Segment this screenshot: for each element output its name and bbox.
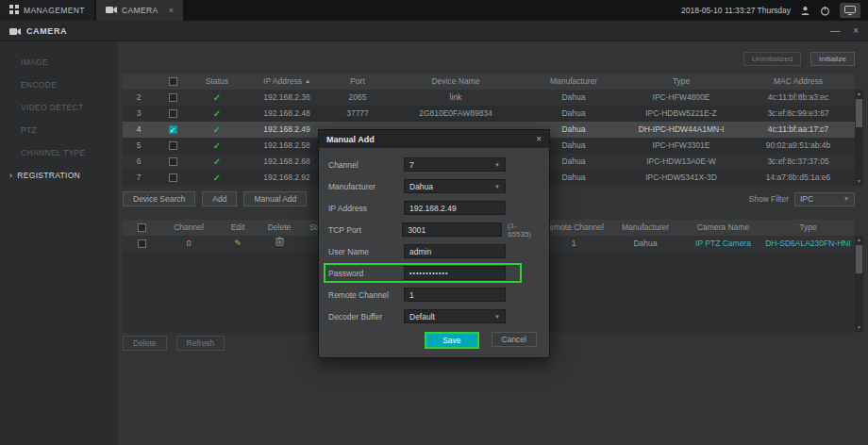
mac-cell: 90:02:a9:51:ab:4b [742,138,855,154]
sidebar-item-channel-type[interactable]: CHANNEL TYPE [0,141,118,164]
camera-name-cell: IP PTZ Camera [683,236,763,252]
channel-header: Channel [160,220,217,236]
management-tab[interactable]: MANAGEMENT [0,0,94,21]
power-icon[interactable] [820,3,830,18]
port-cell: 37777 [330,106,385,122]
show-filter-dropdown[interactable]: IPC ▼ [794,192,855,206]
ip-address-input[interactable]: 192.168.2.49 [404,201,506,215]
camera-icon [106,6,117,16]
device-row[interactable]: 2 ✓ 192.168.2.36 2065 link Dahua IPC-HFW… [123,90,855,106]
manual-add-button[interactable]: Manual Add [243,191,307,206]
chevron-right-icon: › [9,171,12,180]
chevron-down-icon: ▼ [494,314,500,320]
add-button[interactable]: Add [202,191,237,206]
edit-icon[interactable]: ✎ [234,239,242,248]
device-row[interactable]: 3 ✓ 192.168.2.48 37777 2G810E0FAW89834 D… [123,106,855,122]
type-cell: IPC-HDW13A0E-W [621,154,742,170]
sidebar-item-image[interactable]: IMAGE [0,51,118,74]
display-icon[interactable] [840,3,860,18]
channel-select[interactable]: 7▼ [404,157,506,172]
mac-cell: 3c:ef:8c:37:37:05 [742,154,855,170]
device-name-header: Device Name [385,74,526,90]
row-number: 5 [123,138,155,154]
device-table-scrollbar[interactable]: ▲ ▼ [855,90,863,186]
close-icon[interactable]: × [853,25,859,36]
type-cell: IPC-HFW3301E [621,138,742,154]
datetime-label: 2018-05-10 11:33:27 Thursday [681,6,791,15]
scroll-down-icon[interactable]: ▼ [857,323,861,332]
save-button[interactable]: Save [425,332,478,349]
sidebar-item-ptz[interactable]: PTZ [0,119,118,141]
sidebar-item-video-detect[interactable]: VIDEO DETECT [0,96,118,119]
camera-tab[interactable]: CAMERA × [96,0,183,21]
delete-button[interactable]: Delete [123,336,167,351]
delete-cell[interactable] [259,236,300,252]
ip-cell: 192.168.2.48 [243,106,330,122]
row-number: 7 [123,170,155,186]
scroll-down-icon[interactable]: ▼ [857,177,861,186]
ip-address-header[interactable]: IP Address▲ [243,74,330,90]
type-cell: DH-SD6ALA230FN-HNI [763,236,853,252]
camera-title-icon [9,23,21,40]
row-checkbox[interactable] [169,173,177,182]
mac-cell: 4c:11:bf:8b:a3:ec [742,90,855,106]
password-input[interactable]: •••••••••••• [404,266,506,280]
cancel-button[interactable]: Cancel [492,332,537,347]
show-filter-label: Show Filter [748,194,789,204]
dialog-titlebar: Manual Add × [319,130,549,148]
grid-icon [9,5,19,16]
ip-cell: 192.168.2.36 [243,90,330,106]
status-check-icon: ✓ [213,92,221,103]
user-name-input[interactable]: admin [404,244,506,258]
sidebar: IMAGE ENCODE VIDEO DETECT PTZ CHANNEL TY… [0,41,118,445]
device-search-button[interactable]: Device Search [123,191,195,206]
row-checkbox[interactable] [169,157,177,166]
init-actions: Uninitialized Initialize [123,52,855,66]
decoder-buffer-select[interactable]: Default▼ [404,309,506,323]
manufacturer-select[interactable]: Dahua▼ [404,179,506,193]
scroll-thumb[interactable] [856,245,862,273]
device-name-cell: link [385,90,526,106]
user-icon[interactable] [800,3,810,18]
sidebar-item-encode[interactable]: ENCODE [0,74,118,96]
sidebar-item-registration[interactable]: ›REGISTRATION [0,164,118,187]
added-table-scrollbar[interactable]: ▲ ▼ [855,236,863,332]
status-header: Status [191,74,243,90]
uninitialized-button[interactable]: Uninitialized [743,52,801,66]
remote-channel-input[interactable]: 1 [404,288,506,302]
row-checkbox[interactable] [138,239,146,248]
tcp-port-range-hint: (1-65535) [508,222,540,239]
user-name-field: User Name admin [328,240,540,262]
row-checkbox[interactable] [169,93,177,102]
select-all-checkbox[interactable] [138,223,146,232]
row-checkbox[interactable] [169,141,177,150]
status-check-icon: ✓ [213,108,221,119]
minimize-icon[interactable]: — [830,25,840,36]
port-header: Port [330,74,385,90]
mac-cell: 14:a7:8b:d5:1a:e6 [742,170,855,186]
refresh-button[interactable]: Refresh [176,336,225,351]
manufacturer-cell: Dahua [526,106,621,122]
device-name-cell: 2G810E0FAW89834 [385,106,526,122]
manufacturer-field: Manufacturer Dahua▼ [328,175,540,197]
row-number: 6 [123,154,155,170]
status-check-icon: ✓ [213,157,221,167]
type-header: Type [621,74,742,90]
dialog-close-icon[interactable]: × [536,134,542,144]
row-checkbox-checked[interactable] [169,125,177,134]
camera-tab-close-icon[interactable]: × [169,6,175,15]
select-all-checkbox[interactable] [169,77,177,86]
scroll-up-icon[interactable]: ▲ [857,90,861,98]
tcp-port-input[interactable]: 3001 [402,222,502,237]
edit-header: Edit [217,220,259,236]
channel-cell: 0 [160,236,217,252]
manufacturer-header: Manufacturer [608,220,683,236]
row-checkbox[interactable] [169,109,177,118]
chevron-down-icon: ▼ [843,196,849,202]
mac-cell: 4c:11:bf:aa:17:c7 [742,122,855,138]
scroll-up-icon[interactable]: ▲ [857,236,861,244]
ip-address-field: IP Address 192.168.2.49 [328,197,540,219]
manufacturer-cell: Dahua [608,236,683,252]
scroll-thumb[interactable] [856,99,862,127]
initialize-button[interactable]: Initialize [810,52,855,66]
